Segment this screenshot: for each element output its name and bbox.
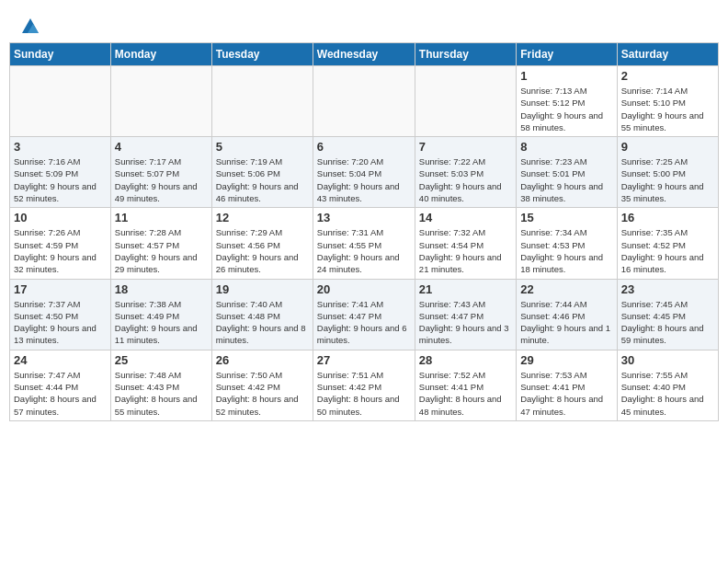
day-info: Sunrise: 7:22 AM Sunset: 5:03 PM Dayligh…: [419, 155, 512, 204]
logo-icon: [20, 17, 40, 37]
calendar-cell: 21Sunrise: 7:43 AM Sunset: 4:47 PM Dayli…: [415, 279, 516, 350]
day-number: 17: [14, 282, 107, 296]
day-info: Sunrise: 7:13 AM Sunset: 5:12 PM Dayligh…: [520, 85, 612, 133]
calendar-cell: 20Sunrise: 7:41 AM Sunset: 4:47 PM Dayli…: [313, 279, 415, 350]
day-number: 20: [317, 282, 411, 296]
weekday-header-row: SundayMondayTuesdayWednesdayThursdayFrid…: [10, 43, 719, 66]
day-number: 4: [115, 140, 208, 154]
calendar-cell: [211, 66, 313, 137]
day-number: 27: [317, 353, 411, 367]
day-info: Sunrise: 7:29 AM Sunset: 4:56 PM Dayligh…: [216, 226, 309, 275]
calendar-cell: 17Sunrise: 7:37 AM Sunset: 4:50 PM Dayli…: [10, 279, 111, 350]
day-number: 2: [621, 69, 714, 83]
day-number: 12: [216, 211, 309, 224]
calendar-cell: 29Sunrise: 7:53 AM Sunset: 4:41 PM Dayli…: [517, 350, 617, 420]
calendar-cell: [10, 66, 111, 137]
day-info: Sunrise: 7:48 AM Sunset: 4:43 PM Dayligh…: [115, 369, 208, 418]
day-info: Sunrise: 7:37 AM Sunset: 4:50 PM Dayligh…: [14, 298, 107, 347]
calendar-cell: 18Sunrise: 7:38 AM Sunset: 4:49 PM Dayli…: [110, 279, 211, 350]
calendar-cell: [415, 66, 516, 137]
calendar-cell: 12Sunrise: 7:29 AM Sunset: 4:56 PM Dayli…: [211, 208, 313, 279]
day-number: 13: [317, 211, 411, 224]
day-number: 1: [520, 69, 612, 83]
calendar-cell: 27Sunrise: 7:51 AM Sunset: 4:42 PM Dayli…: [313, 350, 415, 420]
weekday-header-sunday: Sunday: [10, 43, 111, 66]
calendar-body: 1Sunrise: 7:13 AM Sunset: 5:12 PM Daylig…: [10, 66, 719, 421]
day-info: Sunrise: 7:51 AM Sunset: 4:42 PM Dayligh…: [317, 369, 411, 418]
calendar-cell: 11Sunrise: 7:28 AM Sunset: 4:57 PM Dayli…: [110, 208, 211, 279]
day-number: 14: [419, 211, 512, 224]
calendar-week-row: 10Sunrise: 7:26 AM Sunset: 4:59 PM Dayli…: [10, 208, 719, 279]
weekday-header-saturday: Saturday: [617, 43, 718, 66]
calendar-week-row: 24Sunrise: 7:47 AM Sunset: 4:44 PM Dayli…: [10, 350, 719, 420]
calendar-cell: 3Sunrise: 7:16 AM Sunset: 5:09 PM Daylig…: [10, 137, 111, 208]
day-info: Sunrise: 7:55 AM Sunset: 4:40 PM Dayligh…: [621, 369, 714, 418]
day-number: 9: [621, 140, 714, 154]
calendar-cell: 10Sunrise: 7:26 AM Sunset: 4:59 PM Dayli…: [10, 208, 111, 279]
day-info: Sunrise: 7:25 AM Sunset: 5:00 PM Dayligh…: [621, 155, 714, 204]
day-info: Sunrise: 7:40 AM Sunset: 4:48 PM Dayligh…: [216, 298, 309, 347]
day-number: 24: [14, 353, 107, 367]
day-number: 5: [216, 140, 309, 154]
calendar-table: SundayMondayTuesdayWednesdayThursdayFrid…: [9, 42, 719, 421]
page-header: [0, 0, 728, 42]
day-number: 22: [520, 282, 612, 296]
day-number: 3: [14, 140, 107, 154]
calendar-cell: 15Sunrise: 7:34 AM Sunset: 4:53 PM Dayli…: [517, 208, 617, 279]
day-info: Sunrise: 7:28 AM Sunset: 4:57 PM Dayligh…: [115, 226, 208, 275]
day-info: Sunrise: 7:23 AM Sunset: 5:01 PM Dayligh…: [520, 155, 612, 204]
weekday-header-friday: Friday: [517, 43, 617, 66]
day-number: 8: [520, 140, 612, 154]
day-info: Sunrise: 7:52 AM Sunset: 4:41 PM Dayligh…: [419, 369, 512, 418]
calendar-cell: 14Sunrise: 7:32 AM Sunset: 4:54 PM Dayli…: [415, 208, 516, 279]
weekday-header-wednesday: Wednesday: [313, 43, 415, 66]
day-info: Sunrise: 7:17 AM Sunset: 5:07 PM Dayligh…: [115, 155, 208, 204]
calendar-cell: 5Sunrise: 7:19 AM Sunset: 5:06 PM Daylig…: [211, 137, 313, 208]
calendar-cell: 26Sunrise: 7:50 AM Sunset: 4:42 PM Dayli…: [211, 350, 313, 420]
day-number: 25: [115, 353, 208, 367]
calendar-week-row: 1Sunrise: 7:13 AM Sunset: 5:12 PM Daylig…: [10, 66, 719, 137]
calendar-cell: 7Sunrise: 7:22 AM Sunset: 5:03 PM Daylig…: [415, 137, 516, 208]
calendar-week-row: 3Sunrise: 7:16 AM Sunset: 5:09 PM Daylig…: [10, 137, 719, 208]
calendar-cell: 9Sunrise: 7:25 AM Sunset: 5:00 PM Daylig…: [617, 137, 718, 208]
calendar-cell: [313, 66, 415, 137]
day-number: 21: [419, 282, 512, 296]
calendar-cell: 22Sunrise: 7:44 AM Sunset: 4:46 PM Dayli…: [517, 279, 617, 350]
weekday-header-tuesday: Tuesday: [211, 43, 313, 66]
day-info: Sunrise: 7:41 AM Sunset: 4:47 PM Dayligh…: [317, 298, 411, 347]
day-number: 19: [216, 282, 309, 296]
calendar-cell: [110, 66, 211, 137]
day-number: 6: [317, 140, 411, 154]
calendar-wrapper: SundayMondayTuesdayWednesdayThursdayFrid…: [0, 42, 728, 431]
day-number: 23: [621, 282, 714, 296]
day-info: Sunrise: 7:34 AM Sunset: 4:53 PM Dayligh…: [520, 226, 612, 275]
day-number: 10: [14, 211, 107, 224]
weekday-header-thursday: Thursday: [415, 43, 516, 66]
weekday-header-monday: Monday: [110, 43, 211, 66]
day-info: Sunrise: 7:19 AM Sunset: 5:06 PM Dayligh…: [216, 155, 309, 204]
day-info: Sunrise: 7:50 AM Sunset: 4:42 PM Dayligh…: [216, 369, 309, 418]
day-number: 29: [520, 353, 612, 367]
calendar-header: SundayMondayTuesdayWednesdayThursdayFrid…: [10, 43, 719, 66]
calendar-cell: 24Sunrise: 7:47 AM Sunset: 4:44 PM Dayli…: [10, 350, 111, 420]
day-number: 11: [115, 211, 208, 224]
day-number: 30: [621, 353, 714, 367]
calendar-cell: 4Sunrise: 7:17 AM Sunset: 5:07 PM Daylig…: [110, 137, 211, 208]
day-info: Sunrise: 7:31 AM Sunset: 4:55 PM Dayligh…: [317, 226, 411, 275]
day-info: Sunrise: 7:16 AM Sunset: 5:09 PM Dayligh…: [14, 155, 107, 204]
day-info: Sunrise: 7:45 AM Sunset: 4:45 PM Dayligh…: [621, 298, 714, 347]
calendar-cell: 23Sunrise: 7:45 AM Sunset: 4:45 PM Dayli…: [617, 279, 718, 350]
day-info: Sunrise: 7:53 AM Sunset: 4:41 PM Dayligh…: [520, 369, 612, 418]
day-info: Sunrise: 7:26 AM Sunset: 4:59 PM Dayligh…: [14, 226, 107, 275]
calendar-cell: 30Sunrise: 7:55 AM Sunset: 4:40 PM Dayli…: [617, 350, 718, 420]
day-info: Sunrise: 7:35 AM Sunset: 4:52 PM Dayligh…: [621, 226, 714, 275]
day-number: 18: [115, 282, 208, 296]
day-info: Sunrise: 7:47 AM Sunset: 4:44 PM Dayligh…: [14, 369, 107, 418]
day-number: 7: [419, 140, 512, 154]
calendar-cell: 8Sunrise: 7:23 AM Sunset: 5:01 PM Daylig…: [517, 137, 617, 208]
logo: [18, 17, 40, 33]
calendar-cell: 28Sunrise: 7:52 AM Sunset: 4:41 PM Dayli…: [415, 350, 516, 420]
calendar-cell: 1Sunrise: 7:13 AM Sunset: 5:12 PM Daylig…: [517, 66, 617, 137]
day-number: 15: [520, 211, 612, 224]
calendar-cell: 19Sunrise: 7:40 AM Sunset: 4:48 PM Dayli…: [211, 279, 313, 350]
